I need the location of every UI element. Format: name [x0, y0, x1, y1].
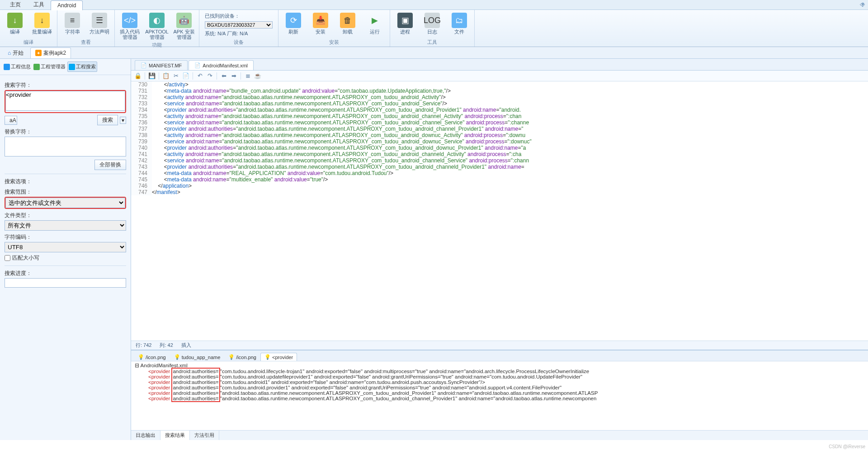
bulb-icon: 💡 — [174, 354, 180, 360]
nav-project[interactable]: ✦案例apk2 — [30, 47, 71, 58]
result-line[interactable]: <provider android:authorities="com.tudou… — [135, 374, 864, 379]
replace-label: 替换字符： — [5, 128, 126, 136]
search-label: 搜索字符： — [5, 81, 126, 89]
result-line[interactable]: <provider android:authorities="android.t… — [135, 390, 864, 396]
code-line[interactable]: 747</manifest> — [131, 189, 868, 195]
home-icon: ⌂ — [8, 50, 11, 56]
copy-icon[interactable]: 📋 — [162, 72, 170, 80]
code-line[interactable]: 733 <service android:name="android.taoba… — [131, 100, 868, 107]
cut-icon[interactable]: ✂ — [172, 72, 180, 80]
bottom-tabs: 日志输出 搜索结果 方法引用 — [131, 430, 868, 440]
redo-icon[interactable]: ↷ — [206, 72, 214, 80]
result-line[interactable]: <provider android:authorities="com.tudou… — [135, 379, 864, 385]
format-icon[interactable]: ≣ — [244, 72, 252, 80]
strings-button[interactable]: ≡字符串 — [60, 12, 85, 35]
encoding-select[interactable]: UTF8 — [5, 242, 126, 252]
search-icon — [69, 64, 75, 70]
apktool-button[interactable]: ◐APKTOOL管理器 — [145, 12, 169, 41]
replace-input[interactable] — [5, 137, 126, 156]
search-input[interactable]: <provider — [5, 91, 125, 111]
lock-icon[interactable]: 🔒 — [134, 72, 142, 80]
menu-android[interactable]: Android — [51, 0, 83, 10]
forward-icon[interactable]: ➡ — [230, 72, 238, 80]
code-line[interactable]: 746 </application> — [131, 183, 868, 189]
install-button[interactable]: 📥安装 — [308, 12, 333, 35]
compile-button[interactable]: ↓编译 — [3, 12, 27, 35]
progress-field — [5, 278, 126, 288]
tab-project-manager[interactable]: 工程管理器 — [33, 62, 66, 72]
result-line[interactable]: <provider android:authorities="com.tudou… — [135, 369, 864, 374]
filetab-androidmanifest[interactable]: 📄AndroidManifest.xml — [189, 60, 254, 70]
bottab-log[interactable]: 日志输出 — [131, 431, 160, 440]
filetype-select[interactable]: 所有文件 — [5, 220, 126, 231]
back-icon[interactable]: ⬅ — [220, 72, 228, 80]
code-mgr-button[interactable]: </>插入代码管理器 — [118, 12, 142, 41]
code-editor[interactable]: 730 </activity>731 <meta-data android:na… — [131, 81, 868, 341]
menu-tools[interactable]: 工具 — [27, 0, 51, 10]
process-button[interactable]: ▣进程 — [393, 12, 417, 35]
code-line[interactable]: 730 </activity> — [131, 81, 868, 88]
search-dropdown[interactable]: ▾ — [120, 117, 126, 124]
device-select[interactable]: BGXDU18723003327 — [205, 21, 273, 28]
search-button[interactable]: 搜索 — [97, 115, 118, 125]
code-line[interactable]: 745 <meta-data android:name="multidex_en… — [131, 176, 868, 183]
code-line[interactable]: 739 <service android:name="android.taoba… — [131, 138, 868, 145]
method-button[interactable]: ☰方法声明 — [87, 12, 112, 35]
java-icon[interactable]: ☕ — [254, 72, 262, 80]
result-tab-4[interactable]: 💡<provider — [260, 353, 297, 361]
run-button[interactable]: ▶运行 — [363, 12, 387, 35]
code-line[interactable]: 740 <provider android:authorities="andro… — [131, 145, 868, 151]
log-button[interactable]: LOG日志 — [420, 12, 444, 35]
code-line[interactable]: 738 <activity android:name="android.taob… — [131, 132, 868, 138]
editor-toolbar: 🔒 💾 📋 ✂ 📄 ↶ ↷ ⬅ ➡ ≣ ☕ — [131, 71, 868, 81]
file-tabs: 📄MANIFEST.MF 📄AndroidManifest.xml 👁 — [131, 59, 868, 71]
device-sys: 系统: N/A 厂商: N/A — [205, 30, 273, 37]
bottab-refs[interactable]: 方法引用 — [190, 431, 219, 440]
eye-icon[interactable]: 👁 — [860, 2, 865, 8]
scope-select[interactable]: 选中的文件或文件夹 — [5, 198, 125, 208]
bottab-results[interactable]: 搜索结果 — [160, 431, 190, 440]
code-line[interactable]: 734 <provider android:authorities="andro… — [131, 107, 868, 113]
result-line[interactable]: <provider android:authorities="android.t… — [135, 396, 864, 401]
code-line[interactable]: 737 <provider android:authorities="andro… — [131, 126, 868, 132]
refresh-button[interactable]: ⟳刷新 — [281, 12, 306, 35]
nav-start[interactable]: ⌂开始 — [3, 47, 28, 58]
ribbon: ↓编译 ↓批量编译 编译 ≡字符串 ☰方法声明 查看 </>插入代码管理器 ◐A… — [0, 10, 868, 47]
status-bar: 行: 742 列: 42 插入 — [131, 341, 868, 350]
replace-all-button[interactable]: 全部替换 — [94, 160, 126, 170]
apk-install-mgr-button[interactable]: 🤖APK 安装管理器 — [172, 12, 196, 41]
uninstall-button[interactable]: 🗑卸载 — [335, 12, 360, 35]
save-icon[interactable]: 💾 — [148, 72, 156, 80]
filetab-manifest-mf[interactable]: 📄MANIFEST.MF — [135, 60, 188, 70]
matchcase-checkbox[interactable] — [5, 255, 10, 261]
font-case-button[interactable]: aA — [5, 116, 17, 125]
options-header: 搜索选项： — [5, 178, 126, 185]
batch-compile-button[interactable]: ↓批量编译 — [30, 12, 54, 35]
result-file[interactable]: ⊟ AndroidManifest.xml — [135, 362, 864, 369]
code-line[interactable]: 743 <provider android:authorities="andro… — [131, 164, 868, 170]
result-tab-3[interactable]: 💡/icon.png — [224, 353, 260, 361]
code-line[interactable]: 741 <activity android:name="android.taob… — [131, 151, 868, 157]
code-line[interactable]: 744 <meta-data android:name="REAL_APPLIC… — [131, 170, 868, 176]
paste-icon[interactable]: 📄 — [182, 72, 190, 80]
code-line[interactable]: 731 <meta-data android:name="bundle_com.… — [131, 88, 868, 94]
code-line[interactable]: 736 <service android:name="android.taoba… — [131, 119, 868, 126]
tab-project-info[interactable]: 工程信息 — [3, 62, 32, 72]
group-view: 查看 — [81, 38, 91, 47]
undo-icon[interactable]: ↶ — [196, 72, 204, 80]
code-line[interactable]: 742 <service android:name="android.taoba… — [131, 157, 868, 164]
code-line[interactable]: 735 <activity android:name="android.taob… — [131, 113, 868, 119]
device-label: 已找到的设备： — [205, 13, 273, 19]
code-line[interactable]: 732 <activity android:name="android.taob… — [131, 94, 868, 100]
result-line[interactable]: <provider android:authorities="com.tudou… — [135, 385, 864, 390]
scope-label: 搜索范围： — [5, 188, 126, 196]
result-tab-1[interactable]: 💡/icon.png — [134, 353, 170, 361]
file-icon: 📄 — [194, 62, 201, 68]
menu-home[interactable]: 主页 — [4, 0, 27, 10]
group-tools: 工具 — [427, 38, 437, 47]
info-icon — [4, 64, 10, 70]
tab-project-search[interactable]: 工程搜索 — [67, 62, 97, 72]
file-button[interactable]: 🗂文件 — [447, 12, 472, 35]
result-tab-2[interactable]: 💡tudou_app_name — [170, 353, 225, 361]
group-install: 安装 — [329, 38, 339, 47]
